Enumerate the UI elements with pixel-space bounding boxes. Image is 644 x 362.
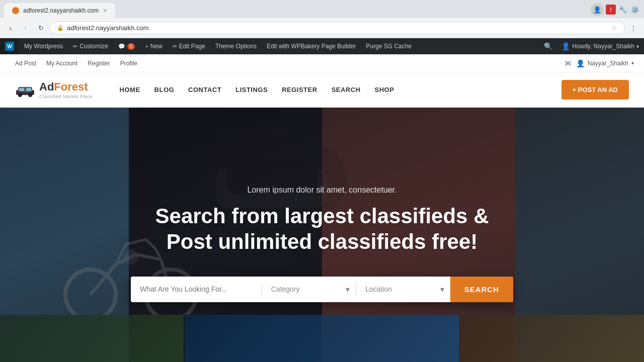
svg-rect-5 bbox=[26, 88, 31, 91]
site-top-bar: Ad Post My Account Register Profile ✉ 👤 … bbox=[0, 54, 644, 72]
reload-button[interactable]: ↻ bbox=[34, 22, 47, 35]
search-submit-button[interactable]: SEARCH bbox=[450, 277, 513, 302]
wp-comments[interactable]: 💬 0 bbox=[113, 38, 140, 54]
wp-admin-bar: W My Wordpress ✏ Customize 💬 0 + New ✏ E… bbox=[0, 38, 644, 54]
logo-brand-name: AdForest bbox=[39, 80, 93, 94]
site-logo[interactable]: AdForest Classified Market Place bbox=[15, 80, 93, 100]
wp-admin-right: 🔍 👤 Howdy, Nayyar_Shaikh ▾ bbox=[540, 38, 644, 54]
new-label: New bbox=[150, 43, 163, 50]
hero-bottom-strip bbox=[0, 315, 644, 362]
logo-forest: Forest bbox=[54, 80, 88, 93]
extension-icon-3[interactable]: ⚙️ bbox=[630, 5, 640, 15]
wp-purge-sg[interactable]: Purge SG Cache bbox=[361, 38, 417, 54]
howdy-user[interactable]: 👤 Howdy, Nayyar_Shaikh ▾ bbox=[556, 38, 644, 54]
tab-close-icon[interactable]: ✕ bbox=[103, 8, 107, 14]
top-link-ad-post[interactable]: Ad Post bbox=[10, 60, 41, 67]
top-link-register[interactable]: Register bbox=[83, 60, 115, 67]
edit-page-icon: ✏ bbox=[173, 43, 177, 50]
customize-label: Customize bbox=[79, 43, 108, 50]
post-an-ad-button[interactable]: + POST AN AD bbox=[561, 80, 629, 100]
search-keyword-input[interactable] bbox=[131, 277, 262, 301]
hero-section: Lorem ipsum dolor sit amet, consectetuer… bbox=[0, 108, 644, 362]
category-select[interactable]: Category bbox=[262, 277, 356, 301]
logo-text-block: AdForest Classified Market Place bbox=[39, 80, 93, 99]
nav-shop[interactable]: SHOP bbox=[368, 72, 401, 108]
url-text: adforest2.nayyarshaikh.com bbox=[67, 24, 608, 32]
browser-chrome: adforest2.nayyarshaikh.com ✕ 👤 ! 🔧 ⚙️ ‹ … bbox=[0, 0, 644, 38]
wp-edit-page[interactable]: ✏ Edit Page bbox=[168, 38, 210, 54]
forward-button[interactable]: › bbox=[19, 22, 32, 35]
lock-icon: 🔒 bbox=[57, 25, 64, 31]
location-select-wrap[interactable]: Location ▾ bbox=[356, 277, 450, 301]
logo-ad: Ad bbox=[39, 80, 54, 93]
nav-contact[interactable]: CONTACT bbox=[181, 72, 228, 108]
browser-menu-icon[interactable]: ⋮ bbox=[627, 22, 640, 35]
wp-logo-btn[interactable]: W bbox=[0, 38, 19, 54]
category-select-wrap[interactable]: Category ▾ bbox=[262, 277, 356, 301]
purge-sg-label: Purge SG Cache bbox=[366, 43, 412, 50]
site-nav: HOME BLOG CONTACT LISTINGS REGISTER SEAR… bbox=[113, 72, 401, 108]
user-account-icon: 👤 bbox=[576, 59, 585, 67]
dropdown-arrow-icon: ▾ bbox=[636, 44, 639, 49]
location-select[interactable]: Location bbox=[356, 277, 450, 301]
svg-rect-4 bbox=[19, 88, 24, 91]
top-links: Ad Post My Account Register Profile bbox=[10, 60, 142, 67]
wp-new[interactable]: + New bbox=[140, 38, 167, 54]
my-wordpress-label: My Wordpress bbox=[24, 43, 63, 50]
howdy-label: Howdy, Nayyar_Shaikh bbox=[572, 43, 634, 50]
tab-title: adforest2.nayyarshaikh.com bbox=[23, 7, 99, 14]
bottom-panel-center bbox=[185, 315, 460, 362]
top-link-profile[interactable]: Profile bbox=[115, 60, 142, 67]
top-right: ✉ 👤 Nayyar_Shaikh ▾ bbox=[565, 59, 634, 67]
comment-icon: 💬 bbox=[118, 43, 125, 50]
nav-home[interactable]: HOME bbox=[113, 72, 147, 108]
browser-tab-active[interactable]: adforest2.nayyarshaikh.com ✕ bbox=[4, 3, 115, 18]
extension-icon-1[interactable]: ! bbox=[606, 5, 616, 15]
search-icon-admin[interactable]: 🔍 bbox=[540, 42, 556, 50]
comment-count: 0 bbox=[127, 43, 135, 50]
wp-my-wordpress[interactable]: My Wordpress bbox=[19, 38, 68, 54]
hero-subtitle: Lorem ipsum dolor sit amet, consectetuer… bbox=[247, 186, 396, 195]
hero-title: Search from largest classifieds & Post u… bbox=[146, 204, 498, 254]
svg-point-3 bbox=[28, 93, 32, 97]
nav-listings[interactable]: LISTINGS bbox=[228, 72, 275, 108]
user-account-area[interactable]: 👤 Nayyar_Shaikh ▾ bbox=[576, 59, 634, 67]
nav-search[interactable]: SEARCH bbox=[325, 72, 368, 108]
top-link-my-account[interactable]: My Account bbox=[41, 60, 83, 67]
new-icon: + bbox=[145, 43, 148, 49]
wp-logo-icon: W bbox=[5, 42, 14, 51]
browser-right-icons: ⋮ bbox=[627, 22, 640, 35]
theme-options-label: Theme Options bbox=[215, 43, 257, 50]
profile-icon[interactable]: 👤 bbox=[591, 3, 604, 16]
edit-wpbakery-label: Edit with WPBakery Page Builder bbox=[267, 43, 356, 50]
wp-edit-wpbakery[interactable]: Edit with WPBakery Page Builder bbox=[262, 38, 361, 54]
account-dropdown-icon: ▾ bbox=[631, 60, 634, 66]
address-bar[interactable]: 🔒 adforest2.nayyarshaikh.com ☆ bbox=[49, 22, 625, 34]
search-bar: Category ▾ Location ▾ SEARCH bbox=[131, 277, 513, 302]
tab-favicon bbox=[12, 7, 19, 14]
star-icon[interactable]: ☆ bbox=[611, 24, 617, 32]
user-icon: 👤 bbox=[561, 42, 570, 50]
site-header: AdForest Classified Market Place HOME BL… bbox=[0, 72, 644, 108]
wp-theme-options[interactable]: Theme Options bbox=[210, 38, 262, 54]
wp-customize[interactable]: ✏ Customize bbox=[68, 38, 113, 54]
nav-register[interactable]: REGISTER bbox=[275, 72, 324, 108]
bottom-panel-right bbox=[460, 315, 644, 362]
nav-blog[interactable]: BLOG bbox=[147, 72, 182, 108]
mail-icon[interactable]: ✉ bbox=[565, 59, 571, 67]
logo-icon bbox=[15, 80, 35, 100]
edit-page-label: Edit Page bbox=[179, 43, 205, 50]
browser-tabs-bar: adforest2.nayyarshaikh.com ✕ 👤 ! 🔧 ⚙️ bbox=[0, 0, 644, 18]
logo-subtitle: Classified Market Place bbox=[39, 94, 93, 99]
customize-icon: ✏ bbox=[73, 43, 77, 50]
extension-icon-2[interactable]: 🔧 bbox=[618, 5, 628, 15]
username-text: Nayyar_Shaikh bbox=[588, 60, 628, 67]
svg-point-2 bbox=[18, 93, 22, 97]
logo-car-svg bbox=[15, 80, 35, 100]
bottom-panel-left bbox=[0, 315, 184, 362]
back-button[interactable]: ‹ bbox=[4, 22, 17, 35]
browser-toolbar: ‹ › ↻ 🔒 adforest2.nayyarshaikh.com ☆ ⋮ bbox=[0, 18, 644, 38]
